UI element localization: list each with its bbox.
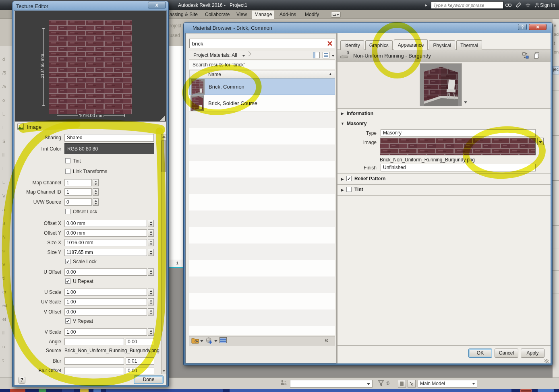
map-channel-field[interactable]: 1 [64, 179, 92, 186]
ribbon-tab-collaborate[interactable]: Collaborate [205, 12, 230, 17]
v-repeat-checkbox[interactable]: ✔ [65, 318, 70, 324]
map-channel-id-spinner[interactable] [93, 188, 99, 196]
design-option-dropdown[interactable] [290, 380, 373, 388]
ribbon-tab-manage[interactable]: Manage [255, 12, 272, 17]
tint-section-checkbox[interactable] [346, 187, 352, 192]
link-transforms-checkbox[interactable] [65, 169, 70, 174]
taskbar-tile[interactable] [10, 389, 25, 392]
ribbon-state-toggle[interactable] [331, 12, 341, 18]
u-scale-spinner[interactable] [148, 289, 154, 296]
chevron-down-icon[interactable] [200, 340, 203, 342]
collapse-panel-icon[interactable]: « [325, 336, 328, 344]
uvw-source-field[interactable]: 0 [64, 198, 92, 206]
tint-section-label[interactable]: Tint [354, 187, 363, 192]
duplicate-asset-icon[interactable] [534, 52, 540, 59]
map-channel-spinner[interactable] [93, 179, 99, 186]
tab-identity[interactable]: Identity [340, 40, 364, 50]
angle-value-field[interactable]: 0.00 [126, 338, 154, 345]
offset-y-spinner[interactable] [148, 229, 154, 237]
ribbon-tab-massing-site[interactable]: assing & Site [170, 12, 198, 17]
clear-search-icon[interactable] [327, 41, 333, 46]
offset-x-field[interactable]: 0.00 mm [64, 220, 147, 227]
material-row-brick-common[interactable]: Brick, Common [189, 78, 335, 95]
keyword-search-input[interactable] [431, 1, 503, 9]
taskbar-tile[interactable] [80, 389, 89, 392]
help-button[interactable]: ? [19, 377, 25, 384]
size-y-spinner[interactable] [148, 249, 154, 256]
taskbar-tile[interactable] [520, 389, 532, 392]
offset-lock-checkbox[interactable] [65, 209, 70, 214]
ribbon-tab-addins[interactable]: Add-Ins [280, 12, 296, 17]
v-scale-spinner[interactable] [148, 328, 154, 336]
chevron-down-icon[interactable] [214, 340, 217, 342]
relief-pattern-label[interactable]: Relief Pattern [354, 176, 385, 182]
search-icon[interactable] [504, 2, 512, 9]
blur-offset-slider-field[interactable] [64, 367, 124, 374]
apply-button[interactable]: Apply [521, 349, 545, 358]
chevron-down-icon[interactable] [242, 55, 245, 57]
taskbar-tile[interactable] [93, 389, 101, 392]
scrollbar-thumb[interactable] [161, 140, 166, 172]
ribbon-tab-view[interactable]: View [236, 12, 247, 17]
create-material-icon[interactable] [205, 337, 213, 344]
dialog-help-button[interactable]: ? [518, 24, 527, 30]
masonry-section-label[interactable]: Masonry [347, 121, 366, 126]
taskbar-tile[interactable] [230, 389, 511, 392]
tint-checkbox[interactable] [65, 158, 70, 163]
v-scale-field[interactable]: 1.00 [64, 328, 147, 336]
tab-graphics[interactable]: Graphics [365, 40, 393, 50]
done-button[interactable]: Done [134, 375, 164, 384]
angle-slider-field[interactable] [64, 338, 124, 345]
brick-texture-preview-image[interactable] [49, 20, 132, 114]
scroll-down-arrow[interactable] [162, 370, 166, 372]
relief-pattern-checkbox[interactable]: ✔ [346, 176, 352, 181]
dialog-resize-grip[interactable] [545, 359, 549, 363]
taskbar-tile[interactable] [62, 389, 74, 392]
blur-offset-value-field[interactable]: 0.00 [126, 367, 154, 374]
ok-button[interactable]: OK [468, 349, 492, 358]
information-expand-icon[interactable]: ▶ [341, 111, 344, 116]
tab-appearance[interactable]: Appearance [394, 39, 428, 50]
v-offset-spinner[interactable] [148, 308, 154, 316]
scroll-up-arrow[interactable] [162, 136, 166, 138]
type-dropdown[interactable]: Masonry [381, 129, 536, 137]
finish-dropdown[interactable]: Unfinished [381, 164, 536, 171]
offset-y-field[interactable]: 0.00 mm [64, 229, 147, 237]
masonry-image-strip[interactable] [380, 138, 536, 155]
ribbon-tab-modify[interactable]: Modify [305, 12, 319, 17]
relief-pattern-expand-icon[interactable]: ▶ [341, 177, 344, 181]
material-library-folder-icon[interactable] [191, 337, 199, 344]
taskbar-tile[interactable] [106, 389, 223, 392]
uv-scale-spinner[interactable] [148, 298, 154, 305]
map-channel-id-field[interactable]: 1 [64, 188, 92, 196]
u-repeat-checkbox[interactable]: ✔ [65, 279, 70, 284]
uvw-source-spinner[interactable] [93, 198, 99, 206]
size-y-field[interactable]: 1187.65 mm [64, 249, 147, 256]
source-filename[interactable]: Brick_Non_Uniform_Running_Burgundy.png [64, 348, 159, 353]
u-scale-field[interactable]: 1.00 [64, 289, 147, 296]
masonry-expand-icon[interactable]: ▼ [341, 122, 344, 126]
close-button[interactable]: ✕ [529, 24, 547, 30]
cancel-button[interactable]: Cancel [495, 349, 518, 358]
material-search-input[interactable] [189, 39, 335, 48]
active-model-dropdown[interactable]: Main Model [418, 380, 477, 388]
asset-preview-thumbnail[interactable] [420, 64, 462, 106]
favorites-star-icon[interactable]: ☆ [524, 2, 532, 9]
scale-lock-checkbox[interactable]: ✔ [65, 259, 70, 264]
size-x-spinner[interactable] [148, 239, 154, 246]
view-type-icon[interactable] [323, 52, 329, 58]
uv-scale-field[interactable]: 1.00 [64, 298, 147, 305]
material-row-brick-soldier[interactable]: Brick, Soldier Course [189, 95, 335, 111]
project-materials-filter[interactable]: Project Materials: All [193, 52, 237, 58]
blur-slider-field[interactable] [64, 357, 124, 365]
offset-x-spinner[interactable] [148, 220, 154, 227]
tab-thermal[interactable]: Thermal [456, 40, 482, 50]
sharing-dropdown[interactable]: Shared [64, 134, 154, 142]
size-x-field[interactable]: 1016.00 mm [64, 239, 147, 246]
preview-resize-grip[interactable] [159, 116, 165, 121]
search-flyout-icon[interactable]: ▸ [425, 3, 427, 7]
sort-ascending-icon[interactable]: ▴ [329, 72, 331, 76]
blur-value-field[interactable]: 0.01 [126, 357, 154, 365]
select-toggle-button[interactable] [408, 380, 416, 388]
taskbar-tile[interactable] [39, 389, 46, 392]
